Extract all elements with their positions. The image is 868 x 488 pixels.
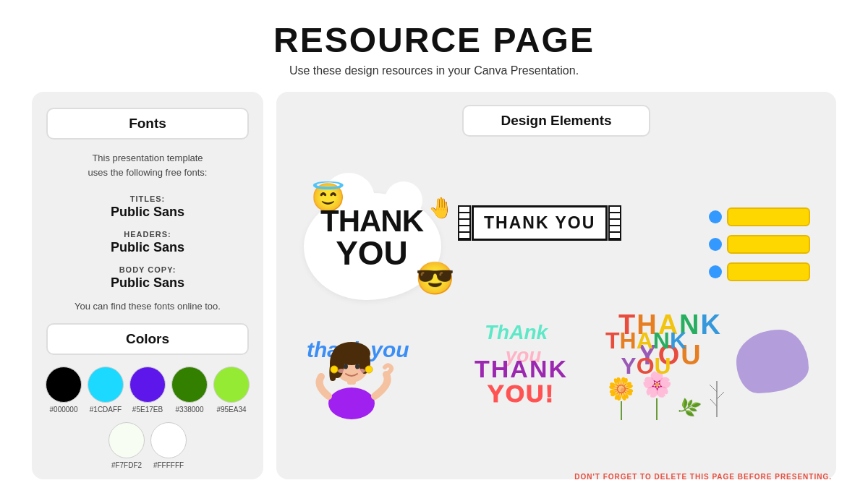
svg-point-0 xyxy=(328,388,375,419)
page-header: RESOURCE PAGE Use these design resources… xyxy=(0,0,868,85)
font-name-body: Public Sans xyxy=(46,275,249,291)
design-elements-label: Design Elements xyxy=(462,105,650,137)
film-strip: THANK YOU xyxy=(472,205,608,241)
film-thank-you-text: THANK YOU xyxy=(484,213,595,232)
left-panel: Fonts This presentation templateuses the… xyxy=(32,92,263,479)
font-label-headers: HEADERS: xyxy=(124,230,171,239)
svg-point-8 xyxy=(338,369,345,373)
color-swatch-white: #FFFFFF xyxy=(150,422,187,469)
svg-point-11 xyxy=(365,366,373,373)
girl-svg xyxy=(308,335,395,421)
fonts-description: This presentation templateuses the follo… xyxy=(46,151,249,180)
color-swatch-cyan: #1CDAFF xyxy=(88,367,124,414)
page-subtitle: Use these design resources in your Canva… xyxy=(0,64,868,77)
color-swatch-black: #000000 xyxy=(46,367,82,414)
blob xyxy=(736,330,809,393)
font-entry-body: BODY COPY: Public Sans xyxy=(46,262,249,291)
svg-point-7 xyxy=(355,364,359,369)
svg-line-15 xyxy=(710,399,717,406)
color-swatch-lightgray: #F7FDF2 xyxy=(109,422,145,469)
font-name-titles: Public Sans xyxy=(46,205,249,220)
footer-warning: DON'T FORGET TO DELETE THIS PAGE BEFORE … xyxy=(574,473,832,481)
svg-line-13 xyxy=(710,385,717,392)
svg-point-9 xyxy=(358,369,365,373)
svg-point-10 xyxy=(331,366,338,373)
right-panel: Design Elements 😇 THANK YOU 🤚 😎 xyxy=(276,92,836,479)
fonts-online-text: You can find these fonts online too. xyxy=(46,301,249,312)
colors-section-label: Colors xyxy=(46,323,249,355)
cool-emoji: 😎 xyxy=(415,260,455,297)
svg-line-14 xyxy=(717,392,724,399)
font-label-titles: TITLES: xyxy=(130,194,166,203)
color-swatches-row1: #000000 #1CDAFF #5E17EB #338000 #95EA34 xyxy=(46,367,249,414)
color-swatch-green: #338000 xyxy=(171,367,208,414)
fonts-section-label: Fonts xyxy=(46,108,249,140)
page-title: RESOURCE PAGE xyxy=(0,20,868,60)
girl-illustration xyxy=(308,335,395,420)
bold-ty: THANK YOU! xyxy=(475,356,568,406)
pixel-ty: THANK YOU xyxy=(605,328,686,379)
wave-emoji: 🤚 xyxy=(428,196,454,220)
font-entry-headers: HEADERS: Public Sans xyxy=(46,227,249,255)
font-label-body: BODY COPY: xyxy=(119,265,176,274)
bullet-bars xyxy=(709,207,810,281)
color-swatch-purple: #5E17EB xyxy=(129,367,166,414)
color-swatches-row2: #F7FDF2 #FFFFFF xyxy=(46,422,249,469)
design-area: 😇 THANK YOU 🤚 😎 THANK YOU xyxy=(291,144,822,433)
branch-svg xyxy=(706,381,728,417)
font-entry-titles: TITLES: Public Sans xyxy=(46,192,249,220)
font-name-headers: Public Sans xyxy=(46,240,249,255)
color-swatch-lime: #95EA34 xyxy=(213,367,250,414)
svg-point-6 xyxy=(344,364,348,369)
